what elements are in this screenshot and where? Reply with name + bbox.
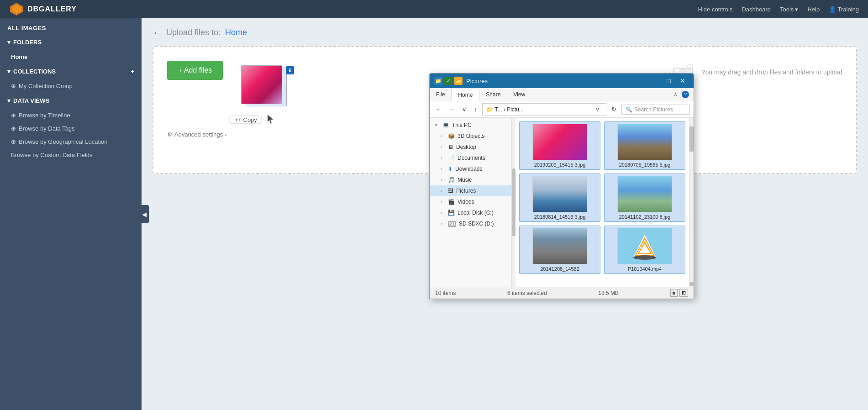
address-folder-icon: 📁 <box>486 106 493 113</box>
advanced-settings-link[interactable]: ⚙ Advanced settings › <box>167 131 227 138</box>
plus-small-icon: ⊕ <box>11 83 16 89</box>
fe-nav-dropdown-button[interactable]: ∨ <box>460 105 469 114</box>
dashboard-link[interactable]: Dashboard <box>742 6 771 13</box>
fe-file-thumbnail <box>617 124 672 160</box>
copy-plus-icon: + <box>235 116 238 123</box>
fe-ribbon-expand[interactable]: ∧ ? <box>669 88 694 101</box>
fe-sidebar-desktop[interactable]: › 🖥 Desktop <box>430 142 511 152</box>
fe-file-item[interactable]: 20141102_23100 8.jpg <box>604 173 685 222</box>
chevron-up-icon: ∧ <box>673 91 678 98</box>
fe-file-item[interactable]: 20190209_15415 3.jpg <box>519 121 600 170</box>
fe-body: ▾ 💻 This PC › 📦 3D Objects › 🖥 Desktop <box>430 118 694 287</box>
fe-sidebar-local-disk[interactable]: › 💾 Local Disk (C:) <box>430 207 511 218</box>
vlc-cone-icon <box>633 232 656 260</box>
fe-status-size: 18.5 MB <box>598 290 619 296</box>
logo: DBGALLERY <box>9 2 77 16</box>
back-button[interactable]: ← <box>153 27 162 38</box>
fe-sidebar-videos[interactable]: › 🎬 Videos <box>430 196 511 207</box>
fe-folder-yellow-icon: 📂 <box>454 77 463 85</box>
sidebar-collapse-button[interactable]: ◀ <box>140 205 149 223</box>
data-views-section-header[interactable]: ▾ DATA VIEWS <box>0 93 142 109</box>
sidebar-item-my-collection-group[interactable]: ⊕ My Collection Group <box>0 79 142 93</box>
fe-tab-share[interactable]: Share <box>479 88 507 101</box>
fe-tab-file[interactable]: File <box>430 88 451 101</box>
folders-chevron-icon: ▾ <box>7 39 11 46</box>
search-icon: 🔍 <box>626 106 632 113</box>
add-files-button[interactable]: + Add files <box>167 61 223 80</box>
fe-this-pc-icon: 💻 <box>442 122 449 128</box>
fe-search-box[interactable]: 🔍 Search Pictures <box>621 105 690 115</box>
fe-file-item[interactable]: 20141208_14582 <box>519 226 600 274</box>
fe-status-selected: 6 items selected <box>507 290 547 296</box>
sidebar-item-home[interactable]: Home <box>0 50 142 63</box>
fe-statusbar: 10 items 6 items selected 18.5 MB ≡ ⊞ <box>430 287 694 299</box>
fe-videos-icon: 🎬 <box>448 199 455 205</box>
tools-link[interactable]: Tools <box>780 6 794 13</box>
mouse-cursor-icon <box>268 115 275 125</box>
data-views-section-title: ▾ DATA VIEWS <box>7 97 49 104</box>
fe-maximize-button[interactable]: □ <box>663 76 674 85</box>
fe-file-item[interactable]: 20180814_14513 3.jpg <box>519 173 600 222</box>
sidebar-item-browse-data-tags[interactable]: ⊕ Browse by Data Tags <box>0 122 142 135</box>
main-layout: ◀ ALL IMAGES ▾ FOLDERS Home ▾ COLLECTION… <box>0 18 868 410</box>
fe-ribbon-tabs: File Home Share View ∧ ? <box>430 88 694 101</box>
fe-sidebar-downloads[interactable]: › ⬇ Downloads <box>430 163 511 174</box>
fe-sdxc-icon: SD <box>448 221 456 227</box>
fe-list-view-button[interactable]: ≡ <box>670 289 678 297</box>
file-explorer-dialog: 📁 ✓ 📂 Pictures ─ □ ✕ File Home Shar <box>429 73 694 299</box>
fe-file-item[interactable]: 20180705_19565 5.jpg <box>604 121 685 170</box>
tools-dropdown[interactable]: Tools ▾ <box>780 6 798 13</box>
svg-point-12 <box>633 255 656 260</box>
fe-refresh-button[interactable]: ↻ <box>609 105 619 114</box>
sidebar-item-browse-timeline[interactable]: ⊕ Browse by Timeline <box>0 109 142 122</box>
fe-address-dropdown-button[interactable]: ∨ <box>593 105 602 114</box>
fe-grid-view-button[interactable]: ⊞ <box>679 289 688 297</box>
fe-sidebar-3d-objects[interactable]: › 📦 3D Objects <box>430 131 511 142</box>
fe-nav-up-button[interactable]: ↑ <box>472 105 479 114</box>
plus-small-icon: ⊕ <box>11 112 16 119</box>
training-link[interactable]: 👤 Training <box>829 6 859 13</box>
collections-section-header[interactable]: ▾ COLLECTIONS + <box>0 63 142 79</box>
help-link[interactable]: Help <box>807 6 820 13</box>
logo-text: DBGALLERY <box>27 5 77 13</box>
fe-chevron-right-icon: › <box>441 167 445 171</box>
main-content: ← Upload files to: Home + Add files 6 <box>142 18 868 410</box>
fe-titlebar-left: 📁 ✓ 📂 Pictures <box>434 77 488 85</box>
upload-destination-link[interactable]: Home <box>225 28 247 37</box>
fe-sidebar-scrollbar[interactable] <box>512 118 516 287</box>
fe-filename: 20141102_23100 8.jpg <box>619 214 671 220</box>
plus-small-icon: ⊕ <box>11 125 16 132</box>
fe-local-disk-icon: 💾 <box>448 210 455 216</box>
fe-sidebar-documents[interactable]: › 📄 Documents <box>430 152 511 163</box>
fe-back-button[interactable]: ← <box>433 105 444 114</box>
fe-minimize-button[interactable]: ─ <box>650 76 662 85</box>
add-collection-icon[interactable]: + <box>131 68 134 75</box>
sidebar-item-browse-geo[interactable]: ⊕ Browse by Geographical Location <box>0 135 142 148</box>
fe-file-item[interactable]: P1010404.mp4 <box>604 226 685 274</box>
hide-controls-link[interactable]: Hide controls <box>698 6 733 13</box>
fe-sidebar-this-pc[interactable]: ▾ 💻 This PC <box>430 120 511 131</box>
folders-section-header[interactable]: ▾ FOLDERS <box>0 34 142 50</box>
fe-sidebar-music[interactable]: › 🎵 Music <box>430 174 511 185</box>
fe-chevron-down-icon: ▾ <box>435 123 440 127</box>
fe-window-controls: ─ □ ✕ <box>650 76 689 85</box>
fe-close-button[interactable]: ✕ <box>676 76 689 85</box>
fe-sidebar-pictures[interactable]: › 🖼 Pictures <box>430 185 511 196</box>
fe-filename: 20141208_14582 <box>540 266 579 272</box>
fe-grid-scrollbar[interactable] <box>689 118 694 287</box>
fe-address-path[interactable]: 📁 T... › Pictu... ∨ <box>482 103 607 116</box>
fe-filename: P1010404.mp4 <box>628 266 662 272</box>
fe-tab-view[interactable]: View <box>507 88 531 101</box>
settings-gear-icon: ⚙ <box>167 131 173 138</box>
sidebar-item-browse-custom[interactable]: Browse by Custom Data Fields <box>0 148 142 162</box>
logo-icon <box>9 2 24 16</box>
fe-file-thumbnail <box>532 228 587 264</box>
collections-chevron-icon: ▾ <box>7 68 11 75</box>
fe-sidebar-sdxc[interactable]: › SD SD SDXC (D:) <box>430 218 511 229</box>
fe-tab-home[interactable]: Home <box>451 88 479 101</box>
fe-forward-button[interactable]: → <box>447 105 457 114</box>
file-count-badge: 6 <box>286 66 294 74</box>
fe-title-text: Pictures <box>466 78 488 84</box>
sidebar: ◀ ALL IMAGES ▾ FOLDERS Home ▾ COLLECTION… <box>0 18 142 410</box>
fe-filename: 20180705_19565 5.jpg <box>619 162 671 168</box>
